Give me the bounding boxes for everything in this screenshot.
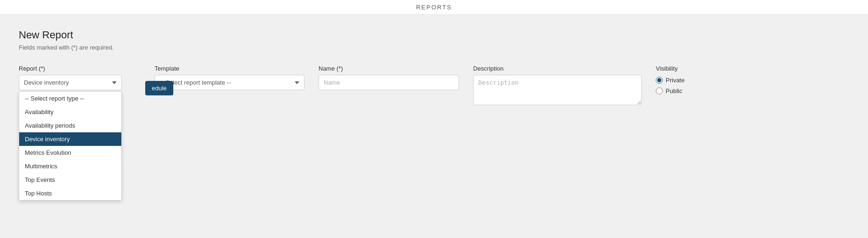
dropdown-item-top-events[interactable]: Top Events (19, 173, 121, 187)
page-subtitle: Fields marked with (*) are required. (19, 44, 849, 51)
template-label: Template (155, 65, 304, 72)
dropdown-item-top-hosts[interactable]: Top Hosts (19, 187, 121, 200)
description-label: Description (473, 65, 642, 72)
dropdown-item-device-inventory[interactable]: Device inventory (19, 132, 121, 146)
dropdown-item-availability-periods[interactable]: Availability periods (19, 119, 121, 132)
report-dropdown-menu: -- Select report type -- Availability Av… (19, 91, 122, 201)
page-content: New Report Fields marked with (*) are re… (0, 15, 868, 234)
visibility-label: Visibility (656, 65, 703, 72)
buttons-row: edule (19, 77, 849, 95)
page-title: New Report (19, 29, 849, 41)
schedule-button[interactable]: edule (145, 81, 173, 95)
name-label: Name (*) (319, 65, 459, 72)
header-title: REPORTS (416, 4, 452, 11)
dropdown-item-metrics-evolution[interactable]: Metrics Evolution (19, 146, 121, 159)
report-label: Report (*) (19, 65, 122, 72)
dropdown-item-availability[interactable]: Availability (19, 105, 121, 119)
dropdown-item-multimetrics[interactable]: Multimetrics (19, 159, 121, 173)
dropdown-item-default[interactable]: -- Select report type -- (19, 92, 121, 105)
page-header: REPORTS (0, 0, 868, 15)
